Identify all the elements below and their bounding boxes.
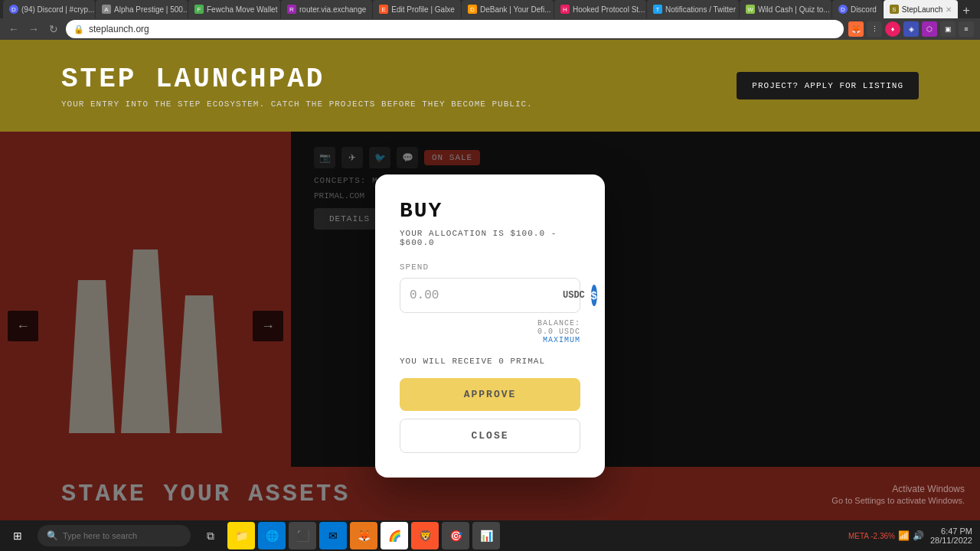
tab-favicon-fewcha: F xyxy=(194,5,204,14)
taskbar-clock: 6:47 PM 28/11/2022 xyxy=(930,527,972,545)
taskbar-search-input[interactable] xyxy=(63,531,181,540)
tab-favicon-discord2: D xyxy=(838,5,848,14)
spend-input-container: USDC $ xyxy=(400,278,580,313)
apply-listing-button[interactable]: PROJECT? APPLY FOR LISTING xyxy=(737,72,919,99)
activate-line2: Go to Settings to activate Windows. xyxy=(831,496,965,505)
main-content: STEP LAUNCHPAD YOUR ENTRY INTO THE STEP … xyxy=(0,40,980,520)
extension-btn-5[interactable]: ⬡ xyxy=(922,21,937,37)
extension-btn-2[interactable]: ⋮ xyxy=(867,21,882,37)
tab-twitter[interactable]: T Notifications / Twitter xyxy=(647,0,739,18)
tab-close-icon[interactable]: ✕ xyxy=(946,5,952,14)
tab-debank[interactable]: D DeBank | Your Defi... xyxy=(462,0,554,18)
extension-btn-7[interactable]: ≡ xyxy=(959,21,974,37)
browser-toolbar: ← → ↻ 🔒 steplaunch.org 🦊 ⋮ ♦ ◈ ⬡ ▣ ≡ xyxy=(0,18,980,40)
modal-overlay: BUY YOUR ALLOCATION IS $100.0 - $600.0 S… xyxy=(0,132,980,520)
spend-input[interactable] xyxy=(410,289,563,302)
taskbar-date-display: 28/11/2022 xyxy=(930,536,972,545)
balance-value: 0.0 USDC xyxy=(400,328,580,336)
tab-wildcard[interactable]: W Wild Cash | Quiz to... xyxy=(740,0,831,18)
taskbar-app-edge[interactable]: 🌐 xyxy=(258,522,286,549)
usdc-label: USDC xyxy=(563,290,585,301)
taskbar-network-icon: 📶 xyxy=(898,530,910,541)
tab-favicon-router: R xyxy=(287,5,296,14)
activate-line1: Activate Windows xyxy=(831,484,965,494)
tab-discord[interactable]: D (94) Discord | #cryp... xyxy=(3,0,95,18)
modal-title: BUY xyxy=(400,199,580,223)
taskbar-search-icon: 🔍 xyxy=(47,530,58,541)
tab-router[interactable]: R router.via.exchange xyxy=(281,0,372,18)
buy-modal: BUY YOUR ALLOCATION IS $100.0 - $600.0 S… xyxy=(375,174,605,478)
reload-button[interactable]: ↻ xyxy=(46,21,61,37)
taskbar-app-file-explorer[interactable]: 📁 xyxy=(227,522,255,549)
tab-steplaunch[interactable]: S StepLaunch ✕ xyxy=(884,0,958,18)
browser-chrome: D (94) Discord | #cryp... A Alpha Presti… xyxy=(0,0,980,40)
content-area: ← → 📷 ✈ xyxy=(0,132,980,520)
extension-btn-6[interactable]: ▣ xyxy=(940,21,956,37)
forward-button[interactable]: → xyxy=(26,21,41,37)
tab-alpha[interactable]: A Alpha Prestige | 500... xyxy=(96,0,188,18)
tab-favicon-debank: D xyxy=(468,5,477,14)
maximum-link[interactable]: MAXIMUM xyxy=(400,336,580,344)
tab-favicon-steplaunch: S xyxy=(890,5,899,14)
tab-favicon-discord: D xyxy=(9,5,18,14)
receive-text: YOU WILL RECEIVE 0 PRIMAL xyxy=(400,357,580,366)
launchpad-title: STEP LAUNCHPAD xyxy=(61,64,533,95)
usdc-icon: $ xyxy=(591,285,597,306)
windows-icon: ⊞ xyxy=(13,530,22,542)
usdc-dollar-sign: $ xyxy=(591,289,597,302)
tab-galxe[interactable]: E Edit Profile | Galxe xyxy=(373,0,461,18)
balance-label: BALANCE: xyxy=(537,319,580,328)
spend-label: SPEND xyxy=(400,262,580,272)
balance-text: BALANCE: xyxy=(400,319,580,328)
tab-fewcha[interactable]: F Fewcha Move Wallet xyxy=(188,0,280,18)
launchpad-header: STEP LAUNCHPAD YOUR ENTRY INTO THE STEP … xyxy=(0,40,980,132)
taskbar-app-misc1[interactable]: 🎯 xyxy=(442,522,469,549)
new-tab-button[interactable]: + xyxy=(959,3,974,18)
taskbar-right: META -2.36% 📶 🔊 6:47 PM 28/11/2022 xyxy=(848,527,980,545)
taskbar-app-task-view[interactable]: ⧉ xyxy=(197,522,224,549)
tab-favicon-hooked: H xyxy=(560,5,570,14)
activate-windows-watermark: Activate Windows Go to Settings to activ… xyxy=(831,484,965,505)
address-bar[interactable]: 🔒 steplaunch.org xyxy=(66,20,844,38)
extension-btn-4[interactable]: ◈ xyxy=(903,21,919,37)
tab-favicon-twitter: T xyxy=(653,5,662,14)
start-button[interactable]: ⊞ xyxy=(0,520,34,551)
close-button[interactable]: CLOSE xyxy=(400,419,580,453)
taskbar-app-mail[interactable]: ✉ xyxy=(319,522,347,549)
taskbar-app-misc2[interactable]: 📊 xyxy=(472,522,500,549)
taskbar-system-icons: META -2.36% 📶 🔊 xyxy=(848,530,924,541)
tab-discord2[interactable]: D Discord xyxy=(832,0,883,18)
launchpad-left: STEP LAUNCHPAD YOUR ENTRY INTO THE STEP … xyxy=(61,64,533,109)
lock-icon: 🔒 xyxy=(74,24,84,34)
taskbar-apps: ⧉ 📁 🌐 ⬛ ✉ 🦊 🌈 🦁 🎯 📊 xyxy=(194,522,503,549)
browser-tabs: D (94) Discord | #cryp... A Alpha Presti… xyxy=(0,0,980,18)
launchpad-subtitle: YOUR ENTRY INTO THE STEP ECOSYSTEM. CATC… xyxy=(61,99,533,109)
taskbar-app-chrome[interactable]: 🌈 xyxy=(381,522,408,549)
taskbar-time-display: 6:47 PM xyxy=(930,527,972,536)
modal-allocation-text: YOUR ALLOCATION IS $100.0 - $600.0 xyxy=(400,229,580,247)
url-text: steplaunch.org xyxy=(89,24,149,34)
taskbar-app-brave[interactable]: 🦁 xyxy=(411,522,439,549)
approve-button[interactable]: APPROVE xyxy=(400,378,580,411)
tab-favicon-alpha: A xyxy=(102,5,111,14)
extension-btn-1[interactable]: 🦊 xyxy=(848,21,864,37)
taskbar-search-box[interactable]: 🔍 xyxy=(38,525,191,546)
tab-hooked[interactable]: H Hooked Protocol St... xyxy=(554,0,646,18)
browser-actions: 🦊 ⋮ ♦ ◈ ⬡ ▣ ≡ xyxy=(848,21,974,37)
back-button[interactable]: ← xyxy=(6,21,21,37)
taskbar-app-metamask[interactable]: 🦊 xyxy=(350,522,377,549)
tab-favicon-wildcard: W xyxy=(746,5,755,14)
extension-btn-3[interactable]: ♦ xyxy=(885,21,900,37)
taskbar-app-terminal[interactable]: ⬛ xyxy=(289,522,316,549)
meta-text: META -2.36% xyxy=(848,532,895,540)
taskbar: ⊞ 🔍 ⧉ 📁 🌐 ⬛ ✉ 🦊 🌈 🦁 🎯 📊 META -2.36% 📶 🔊 … xyxy=(0,520,980,551)
taskbar-volume-icon: 🔊 xyxy=(913,530,924,541)
balance-info: BALANCE: 0.0 USDC MAXIMUM xyxy=(400,319,580,344)
tab-favicon-galxe: E xyxy=(379,5,388,14)
